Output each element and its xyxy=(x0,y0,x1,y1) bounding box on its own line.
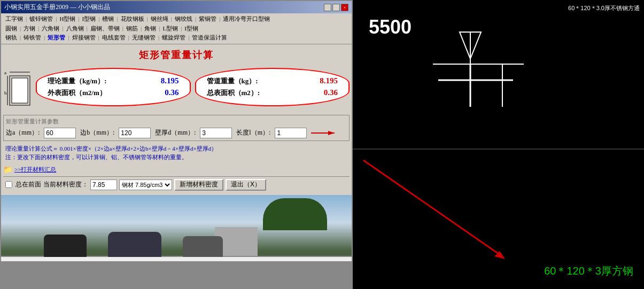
formula-section: 理论重量计算公式＝ 0.001×密度×（2×边a×壁厚d+2×边b×壁厚d－4×… xyxy=(3,143,350,163)
surface-area-label-left: 外表面积（m2/m） xyxy=(48,88,106,98)
menu-row-1: 工字钢| 镀锌钢管| H型钢| I型钢| 槽钢| 花纹钢板| 钢丝绳| 钢绞线|… xyxy=(3,14,350,24)
title-buttons: _ □ × xyxy=(324,4,348,11)
wall-label: 壁厚d（mm）: xyxy=(155,128,196,137)
cad-bottom-view: 60＊120＊3厚方钢 xyxy=(353,150,644,289)
photo-car1 xyxy=(44,235,87,259)
density-label: 当前材料密度： xyxy=(43,180,88,189)
menu-螺旋焊管[interactable]: 螺旋焊管 xyxy=(160,33,188,43)
menu-圆钢[interactable]: 圆钢 xyxy=(3,24,19,34)
menu-扁钢带钢[interactable]: 扁钢、带钢 xyxy=(88,24,122,34)
menu-L型钢[interactable]: L型钢 xyxy=(160,24,180,34)
menu-铸铁管[interactable]: 铸铁管 xyxy=(21,33,43,43)
side-a-input[interactable] xyxy=(44,128,76,138)
menu-角钢[interactable]: 角钢 xyxy=(142,24,158,34)
surface-area-value-left: 0.36 xyxy=(165,88,179,97)
pipe-weight-label: 管道重量（kg）: xyxy=(207,76,258,86)
menu-方钢[interactable]: 方钢 xyxy=(21,24,37,34)
length-label: 长度l（m）: xyxy=(236,128,270,137)
open-summary-link[interactable]: >>打开材料汇总 xyxy=(14,166,56,174)
app-title: 小钢实用五金手册2009 — 小小钢出品 xyxy=(4,3,110,12)
menu-无缝钢管[interactable]: 无缝钢管 xyxy=(130,33,158,43)
add-density-button[interactable]: 新增材料密度 xyxy=(174,179,223,191)
svg-text:b: b xyxy=(4,90,7,96)
menu-I型钢2[interactable]: I型钢 xyxy=(182,24,200,34)
menu-紫铜管[interactable]: 紫铜管 xyxy=(197,14,219,24)
surface-area-row-left: 外表面积（m2/m） 0.36 xyxy=(48,88,179,98)
cad-bottom-label: 60＊120＊3厚方钢 xyxy=(544,264,633,278)
formula-line1: 理论重量计算公式＝ 0.001×密度×（2×边a×壁厚d+2×边b×壁厚d－4×… xyxy=(5,144,347,153)
total-area-value: 0.36 xyxy=(324,88,338,97)
menu-I型钢[interactable]: I型钢 xyxy=(80,14,98,24)
photo-car3 xyxy=(183,236,223,259)
bottom-bar: 总在前面 当前材料密度： 钢材 7.85g/cm3 铝 2.7g/cm3 铜 8… xyxy=(3,176,350,193)
cad-top-drawing xyxy=(353,0,644,149)
cross-section-diagram: a b xyxy=(3,68,33,111)
length-input[interactable] xyxy=(275,128,307,138)
main-content: 矩形管重量计算 a b 理论重量（kg/m）: 8.195 xyxy=(1,44,352,195)
wall-input[interactable] xyxy=(200,128,232,138)
menu-六角钢[interactable]: 六角钢 xyxy=(40,24,61,34)
pipe-weight-row: 管道重量（kg）: 8.195 xyxy=(207,76,338,86)
link-row: 📁 >>打开材料汇总 xyxy=(3,165,350,174)
menu-八角钢[interactable]: 八角钢 xyxy=(64,24,86,34)
menu-row-3: 钢轨| 铸铁管| 矩形管| 焊接钢管| 电线套管| 无缝钢管| 螺旋焊管| 管道… xyxy=(3,33,350,43)
menu-钢丝绳[interactable]: 钢丝绳 xyxy=(149,14,170,24)
menu-钢轨[interactable]: 钢轨 xyxy=(3,33,19,43)
close-button[interactable]: × xyxy=(341,4,348,11)
side-b-input[interactable] xyxy=(119,128,151,138)
menu-row-2: 圆钢| 方钢| 六角钢| 八角钢| 扁钢、带钢| 钢筋| 角钢| L型钢| I型… xyxy=(3,24,350,34)
total-area-row: 总表面积（m2）: 0.36 xyxy=(207,88,338,98)
pipe-weight-value: 8.195 xyxy=(320,76,338,85)
section-title: 矩形管重量计算 xyxy=(3,49,350,61)
menu-工字钢[interactable]: 工字钢 xyxy=(3,14,25,24)
result-group-right: 管道重量（kg）: 8.195 总表面积（m2）: 0.36 xyxy=(195,68,350,106)
side-a-label: 边a（mm）: xyxy=(6,128,40,137)
exit-button[interactable]: 退出（X） xyxy=(226,179,266,191)
menu-矩形管[interactable]: 矩形管 xyxy=(45,33,67,43)
cad-panel: 60＊120＊3.0厚不锈钢方通 5500 60＊120＊3厚方钢 xyxy=(353,0,644,289)
photo-fence xyxy=(1,257,353,261)
results-container: a b 理论重量（kg/m）: 8.195 外表面积（m2/m） 0.36 xyxy=(3,68,350,111)
material-select[interactable]: 钢材 7.85g/cm3 铝 2.7g/cm3 铜 8.9g/cm3 xyxy=(119,179,172,190)
menu-槽钢[interactable]: 槽钢 xyxy=(100,14,116,24)
menu-花纹钢板[interactable]: 花纹钢板 xyxy=(119,14,146,24)
params-row: 边a（mm）: 边b（mm）: 壁厚d（mm）: 长度l（m）: xyxy=(6,128,347,138)
maximize-button[interactable]: □ xyxy=(332,4,340,11)
formula-line2: 注：更改下面的材料密度，可以计算铜、铝、不锈钢管等材料的重量。 xyxy=(5,153,347,162)
menu-钢筋[interactable]: 钢筋 xyxy=(124,24,140,34)
arrow-icon xyxy=(311,128,338,138)
result-group-left: 理论重量（kg/m）: 8.195 外表面积（m2/m） 0.36 xyxy=(36,68,191,106)
theory-weight-value: 8.195 xyxy=(161,76,179,85)
folder-icon: 📁 xyxy=(3,165,12,174)
menu-焊接钢管[interactable]: 焊接钢管 xyxy=(70,33,98,43)
cad-top-view: 60＊120＊3.0厚不锈钢方通 5500 xyxy=(353,0,644,150)
menu-通用冷弯[interactable]: 通用冷弯开口型钢 xyxy=(221,14,272,24)
theory-weight-row: 理论重量（kg/m）: 8.195 xyxy=(48,76,179,86)
menu-bar: 工字钢| 镀锌钢管| H型钢| I型钢| 槽钢| 花纹钢板| 钢丝绳| 钢绞线|… xyxy=(1,13,352,44)
photo-car2 xyxy=(108,232,161,259)
svg-text:a: a xyxy=(4,70,6,75)
menu-钢绞线[interactable]: 钢绞线 xyxy=(173,14,195,24)
svg-rect-2 xyxy=(12,78,28,103)
menu-H型钢[interactable]: H型钢 xyxy=(57,14,77,24)
always-on-top-label: 总在前面 xyxy=(15,180,41,189)
menu-电线套管[interactable]: 电线套管 xyxy=(100,33,128,43)
theory-weight-label: 理论重量（kg/m）: xyxy=(48,76,107,86)
photo-trees xyxy=(263,198,327,230)
calculator-panel: 小钢实用五金手册2009 — 小小钢出品 _ □ × 工字钢| 镀锌钢管| H型… xyxy=(0,0,353,289)
params-title: 矩形管重量计算参数 xyxy=(6,118,347,126)
results-groups: 理论重量（kg/m）: 8.195 外表面积（m2/m） 0.36 管道重量（k… xyxy=(36,68,350,106)
minimize-button[interactable]: _ xyxy=(324,4,331,11)
params-section: 矩形管重量计算参数 边a（mm）: 边b（mm）: 壁厚d（mm）: 长度l（m… xyxy=(3,115,350,141)
menu-管道保温[interactable]: 管道保温计算 xyxy=(190,33,229,43)
photo-area xyxy=(1,195,353,288)
side-b-label: 边b（mm）: xyxy=(80,128,114,137)
menu-镀锌钢管[interactable]: 镀锌钢管 xyxy=(27,14,55,24)
svg-line-14 xyxy=(363,160,502,256)
total-area-label: 总表面积（m2）: xyxy=(207,88,260,98)
title-bar: 小钢实用五金手册2009 — 小小钢出品 _ □ × xyxy=(1,1,352,13)
density-input[interactable] xyxy=(90,179,117,190)
always-on-top-checkbox[interactable] xyxy=(5,181,12,188)
